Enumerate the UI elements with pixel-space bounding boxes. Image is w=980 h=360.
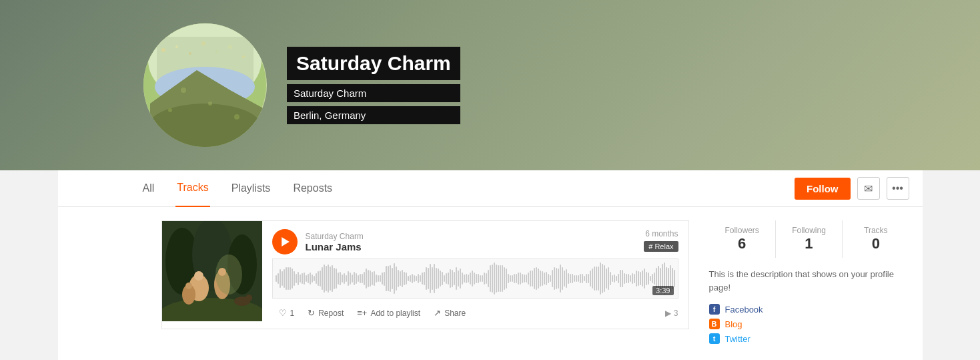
track-name[interactable]: Lunar Jams (306, 241, 364, 252)
duration-badge: 3:39 (652, 286, 673, 295)
svg-point-7 (175, 45, 178, 48)
add-playlist-label: Add to playlist (370, 309, 420, 318)
followers-count: 6 (712, 235, 772, 252)
tab-all[interactable]: All (141, 170, 156, 207)
play-count-value: 3 (674, 309, 678, 318)
like-count: 1 (290, 309, 295, 318)
follow-button[interactable]: Follow (795, 178, 851, 200)
repost-icon: ↻ (308, 308, 315, 318)
facebook-icon: f (709, 304, 720, 315)
stats-row: Followers 6 Following 1 Tracks 0 (709, 220, 909, 258)
play-count: ▶ 3 (665, 309, 678, 318)
main-content: All Tracks Playlists Reposts Follow ✉ (58, 170, 923, 360)
track-tag[interactable]: # Relax (644, 241, 678, 252)
profile-username: Saturday Charm (287, 84, 460, 102)
nav-bar: All Tracks Playlists Reposts Follow ✉ (58, 170, 923, 207)
following-label: Following (779, 226, 839, 235)
profile-location: Berlin, Germany (287, 106, 460, 124)
tab-reposts[interactable]: Reposts (292, 170, 334, 207)
followers-label: Followers (712, 226, 772, 235)
heart-icon: ♡ (279, 308, 287, 318)
avatar (143, 23, 267, 147)
svg-point-8 (189, 52, 191, 55)
track-main: Saturday Charm Lunar Jams 6 months # Rel… (262, 221, 688, 329)
tab-playlists[interactable]: Playlists (230, 170, 272, 207)
blog-icon: B (709, 319, 720, 329)
more-icon: ••• (892, 182, 903, 194)
nav-tabs: All Tracks Playlists Reposts (141, 170, 795, 207)
stat-followers: Followers 6 (709, 220, 775, 258)
blog-label: Blog (725, 319, 743, 329)
share-label: Share (444, 309, 466, 318)
svg-point-16 (234, 114, 239, 120)
track-meta: 6 months # Relax (644, 229, 678, 252)
tracks-label: Tracks (846, 226, 905, 235)
svg-point-12 (242, 55, 245, 58)
social-links: f Facebook B Blog t Twitter (709, 304, 909, 344)
play-icon: ▶ (665, 309, 671, 318)
repost-label: Repost (318, 309, 344, 318)
waveform[interactable]: 3:39 (272, 258, 678, 299)
svg-point-9 (201, 41, 205, 45)
repost-button[interactable]: ↻ Repost (301, 305, 350, 321)
track-header: Saturday Charm Lunar Jams 6 months # Rel… (272, 229, 678, 254)
tab-tracks[interactable]: Tracks (175, 170, 209, 207)
stat-tracks: Tracks 0 (842, 220, 909, 258)
track-artwork (162, 221, 262, 321)
svg-point-6 (161, 48, 165, 52)
svg-point-26 (194, 271, 203, 281)
email-icon: ✉ (864, 182, 873, 195)
svg-point-13 (181, 87, 186, 93)
twitter-label: Twitter (725, 334, 751, 344)
add-to-playlist-button[interactable]: ≡+ Add to playlist (350, 305, 427, 321)
nav-actions: Follow ✉ ••• (795, 177, 909, 200)
track-card: Saturday Charm Lunar Jams 6 months # Rel… (161, 220, 689, 329)
stat-following: Following 1 (775, 220, 842, 258)
sidebar: Followers 6 Following 1 Tracks 0 This is… (709, 220, 909, 344)
track-time: 6 months (645, 229, 678, 238)
share-icon: ↗ (434, 308, 441, 318)
email-button[interactable]: ✉ (857, 177, 880, 200)
play-button[interactable] (272, 229, 298, 254)
svg-point-27 (218, 268, 226, 276)
playlist-icon: ≡+ (357, 308, 367, 318)
share-button[interactable]: ↗ Share (427, 305, 472, 321)
svg-point-14 (168, 108, 172, 112)
svg-point-10 (215, 50, 218, 53)
svg-point-30 (246, 295, 252, 301)
tracks-count: 0 (846, 235, 905, 252)
social-facebook[interactable]: f Facebook (709, 304, 909, 315)
profile-title: Saturday Charm (287, 47, 460, 80)
more-button[interactable]: ••• (887, 177, 909, 200)
profile-banner: Saturday Charm Saturday Charm Berlin, Ge… (0, 0, 980, 170)
like-button[interactable]: ♡ 1 (272, 305, 302, 321)
following-count: 1 (779, 235, 839, 252)
profile-description: This is the description that shows on yo… (709, 268, 909, 294)
facebook-label: Facebook (725, 305, 763, 315)
content-body: Saturday Charm Lunar Jams 6 months # Rel… (58, 207, 923, 357)
social-twitter[interactable]: t Twitter (709, 333, 909, 344)
track-actions: ♡ 1 ↻ Repost ≡+ Add to playlist (272, 305, 678, 321)
svg-marker-31 (282, 237, 290, 246)
track-artist[interactable]: Saturday Charm (306, 232, 364, 241)
track-info: Saturday Charm Lunar Jams (306, 232, 364, 252)
svg-point-15 (208, 102, 212, 106)
svg-point-11 (228, 45, 232, 49)
profile-info: Saturday Charm Saturday Charm Berlin, Ge… (287, 47, 460, 124)
svg-point-28 (185, 283, 192, 289)
social-blog[interactable]: B Blog (709, 319, 909, 329)
tracks-section: Saturday Charm Lunar Jams 6 months # Rel… (161, 220, 689, 344)
track-title-area: Saturday Charm Lunar Jams (272, 229, 364, 254)
waveform-bars (273, 259, 678, 298)
twitter-icon: t (709, 333, 720, 344)
